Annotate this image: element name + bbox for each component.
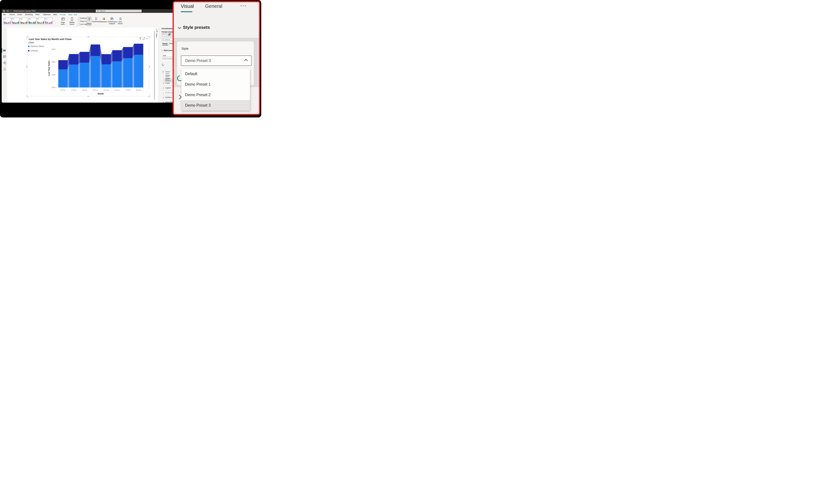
snap-to-grid-checkbox[interactable] — [78, 21, 80, 22]
theme-thumbnail[interactable]: Aa — [11, 18, 20, 24]
undo-icon[interactable] — [6, 10, 9, 12]
reset-icon[interactable] — [162, 63, 164, 66]
pane-title: Visualizations — [162, 27, 174, 29]
pane-search-input[interactable]: Search — [162, 38, 174, 41]
active-tab-underline — [162, 45, 168, 45]
menu-home[interactable]: Home — [10, 14, 15, 16]
filters-pane-button[interactable]: Filters — [87, 17, 91, 26]
menu-insert[interactable]: Insert — [17, 14, 22, 16]
style-option-demo-preset-3[interactable]: Demo Preset 3 — [182, 100, 250, 111]
selection-corner — [27, 37, 29, 39]
tab-visual[interactable]: Visual — [181, 3, 194, 9]
stacked-area-chart: $0M$1M$2M$3M1/1/142/1/143/1/144/1/145/1/… — [47, 40, 151, 96]
svg-text:$3M: $3M — [52, 48, 55, 50]
selection-pane-button[interactable]: Selection — [100, 17, 107, 23]
style-option-demo-preset-1[interactable]: Demo Preset 1 — [182, 79, 250, 90]
mobile-layout-button[interactable]: Mobile layout — [68, 17, 76, 25]
filter-icon — [156, 31, 158, 32]
svg-text:2/1/14: 2/1/14 — [71, 89, 76, 91]
resize-handle-top[interactable] — [87, 36, 89, 37]
style-option-default[interactable]: Default — [182, 69, 250, 79]
format-visual-icon — [168, 33, 171, 36]
tab-general[interactable]: General — [205, 3, 222, 9]
menu-modeling[interactable]: Modeling — [25, 14, 33, 16]
legend-item[interactable]: Lindseys — [28, 49, 38, 52]
page-view-button[interactable]: Page view — [60, 17, 66, 25]
save-icon[interactable] — [3, 10, 5, 12]
sync-slicers-pane-button[interactable]: Sync slicers — [117, 17, 124, 24]
chevron-down-icon — [162, 50, 163, 51]
theme-thumbnail[interactable]: Aa — [45, 18, 53, 24]
performance-analyzer-pane-button[interactable]: Performance analyzer — [108, 17, 116, 24]
focus-mode-icon[interactable] — [143, 38, 145, 40]
menu-format[interactable]: Format — [58, 13, 67, 16]
page: Retail Analysis Sample PBIX Search File … — [0, 0, 261, 117]
filter-icon — [88, 18, 91, 21]
menu-help[interactable]: Help — [53, 14, 57, 16]
tab-visual[interactable]: Visual — [162, 43, 167, 45]
report-view-icon[interactable] — [3, 49, 6, 51]
bookmarks-pane-button[interactable]: Bookmarks — [92, 17, 100, 23]
svg-text:7/1/14: 7/1/14 — [125, 89, 130, 91]
menu-view[interactable]: View — [35, 14, 40, 16]
active-menu-underline — [35, 12, 40, 13]
legend-dot — [28, 50, 29, 51]
svg-text:Last Year Sales: Last Year Sales — [48, 61, 50, 76]
vertical-scrollbar[interactable] — [154, 31, 155, 100]
resize-handle-left[interactable] — [26, 66, 27, 68]
collapse-icon[interactable]: « — [156, 28, 157, 30]
chevron-right-icon — [162, 97, 164, 98]
style-presets-header[interactable]: Style presets — [178, 25, 210, 30]
style-dropdown-popup: Default Demo Preset 1 Demo Preset 2 Demo… — [164, 70, 174, 82]
visual-header — [139, 38, 148, 40]
theme-thumbnail[interactable]: Aa — [37, 18, 45, 24]
redo-icon[interactable] — [10, 10, 12, 12]
theme-thumbnail[interactable]: Aa — [3, 18, 11, 24]
mobile-layout-icon — [71, 17, 73, 21]
chevron-right-icon — [162, 82, 164, 84]
style-dropdown[interactable]: Demo Preset 3 — [162, 57, 173, 59]
style-option-demo-preset-2[interactable]: Demo Preset 2 — [182, 90, 250, 100]
data-view-icon[interactable] — [3, 55, 6, 58]
menu-file[interactable]: File — [3, 14, 6, 16]
style-dropdown-popup: Default Demo Preset 1 Demo Preset 2 Demo… — [182, 69, 250, 111]
chevron-down-icon[interactable] — [53, 20, 55, 22]
dax-query-view-icon[interactable]: DAX — [3, 68, 6, 71]
style-dropdown[interactable]: Demo Preset 3 — [181, 55, 252, 66]
build-visual-icon[interactable] — [162, 33, 166, 36]
gridlines-checkbox[interactable] — [78, 18, 80, 19]
performance-analyzer-icon — [111, 17, 114, 20]
filters-pane-title[interactable]: Filters — [156, 33, 158, 38]
legend-item[interactable]: Fashions Direct — [28, 45, 44, 47]
chevron-down-icon — [64, 24, 65, 25]
active-tab-underline — [181, 11, 192, 12]
style-option-demo-preset-3[interactable]: Demo Preset 3 — [164, 78, 174, 81]
theme-thumbnail[interactable]: Aa — [28, 18, 36, 24]
chevron-right-icon — [162, 101, 164, 103]
more-options-icon[interactable] — [146, 38, 148, 39]
svg-text:1/1/14: 1/1/14 — [60, 89, 66, 91]
svg-text:$1M: $1M — [52, 74, 55, 76]
window-title: Retail Analysis Sample PBIX — [13, 10, 35, 12]
legend-label: Lindseys — [30, 49, 38, 52]
theme-thumbnail[interactable]: Aa — [20, 18, 28, 24]
model-view-icon[interactable] — [3, 62, 6, 64]
svg-text:Month: Month — [98, 93, 104, 95]
chevron-right-icon — [162, 92, 164, 93]
style-label: Style — [163, 54, 166, 56]
menu-data-drill[interactable]: Data / Drill — [67, 13, 78, 16]
svg-text:$0M: $0M — [52, 87, 55, 89]
style-label: Style — [182, 47, 188, 50]
chevron-right-icon — [162, 87, 164, 89]
themes-gallery[interactable]: Aa Aa Aa Aa Aa Aa — [2, 17, 55, 25]
filter-icon[interactable] — [139, 38, 141, 40]
legend-title: Chain — [28, 42, 34, 44]
selection-corner — [27, 95, 29, 97]
search-input[interactable]: Search — [96, 10, 142, 12]
search-icon — [97, 10, 99, 12]
menu-optimize[interactable]: Optimize — [43, 14, 50, 16]
resize-handle-bottom[interactable] — [87, 96, 89, 97]
legend-label: Fashions Direct — [30, 45, 44, 47]
more-options-icon[interactable]: ··· — [240, 3, 247, 8]
lock-objects-checkbox[interactable] — [78, 23, 80, 25]
